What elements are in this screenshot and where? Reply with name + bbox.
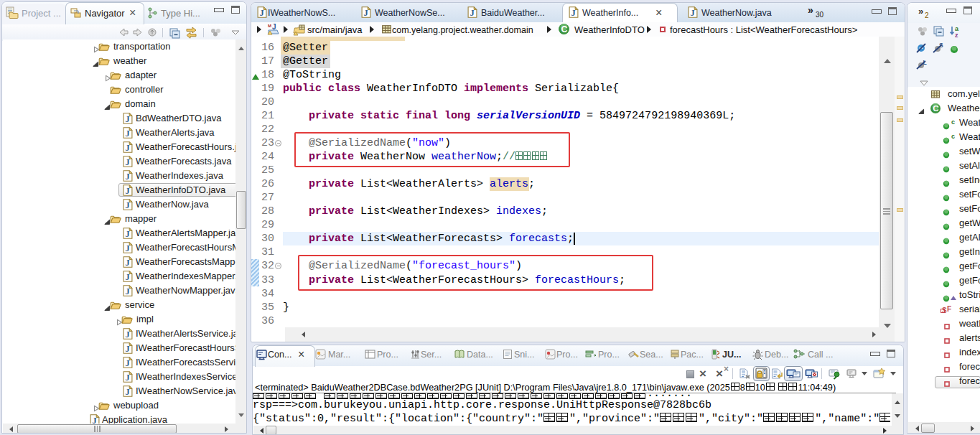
svg-text:z: z xyxy=(955,32,958,38)
svg-text:J: J xyxy=(272,23,276,31)
svg-text:M: M xyxy=(268,24,271,28)
